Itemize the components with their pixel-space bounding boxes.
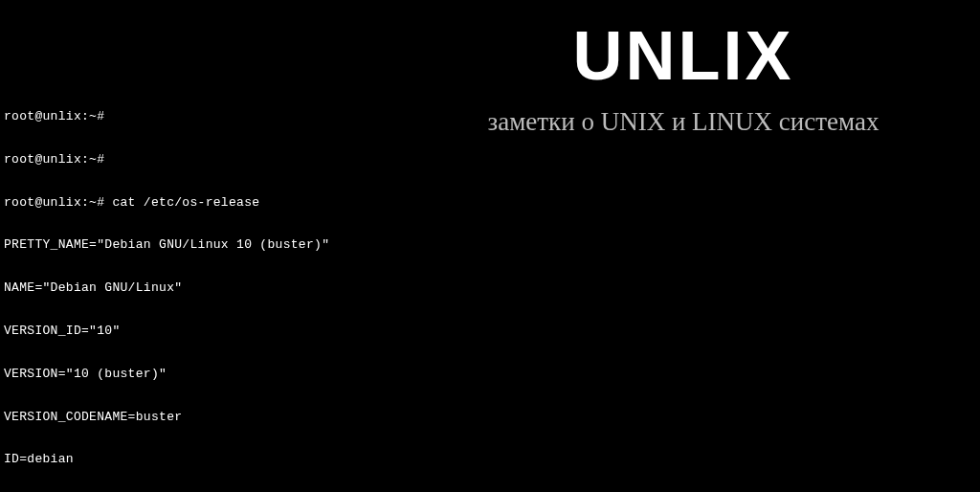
terminal-line: root@unlix:~# <box>4 153 976 168</box>
terminal-line: VERSION_CODENAME=buster <box>4 411 976 425</box>
terminal-line: VERSION="10 (buster)" <box>4 368 976 382</box>
terminal-line: root@unlix:~# cat /etc/os-release <box>4 196 976 211</box>
terminal-line: NAME="Debian GNU/Linux" <box>4 281 976 296</box>
terminal-line: VERSION_ID="10" <box>4 324 976 339</box>
terminal-line: PRETTY_NAME="Debian GNU/Linux 10 (buster… <box>4 238 976 253</box>
terminal-output[interactable]: root@unlix:~# root@unlix:~# root@unlix:~… <box>4 81 976 492</box>
terminal-line: ID=debian <box>4 453 976 467</box>
brand-title: UNLIX <box>425 21 942 90</box>
terminal-line: root@unlix:~# <box>4 110 976 124</box>
